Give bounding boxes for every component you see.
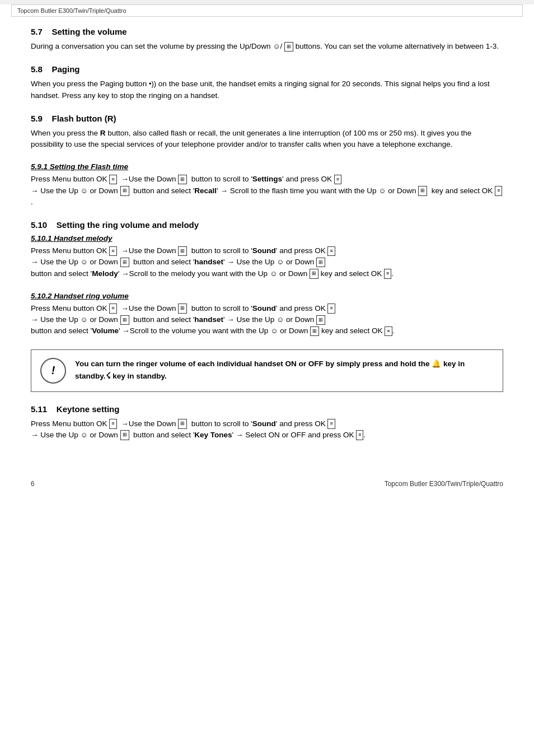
note-icon: ! (40, 358, 66, 384)
note-box-text: You can turn the ringer volume of each i… (75, 358, 494, 382)
section-5-8-body: When you press the Paging button •)) on … (31, 78, 503, 101)
ok-text-4: OK (96, 304, 107, 312)
menu-icon-12: ≡ (356, 430, 363, 440)
section-5-10-2-para: Press Menu button OK ≡ →Use the Down ⊞ b… (31, 303, 503, 337)
note-content-end: key in standby. (111, 372, 167, 380)
paging-icon: •)) (149, 80, 156, 88)
menu-icon-9: ≡ (385, 326, 392, 337)
section-5-8-title: 5.8 Paging (31, 64, 503, 74)
ok-text-3: OK (371, 269, 382, 278)
person-icon-2: ☺ (81, 186, 88, 195)
menu-icon-6: ≡ (384, 269, 391, 279)
menu-icon-5: ≡ (327, 246, 335, 256)
section-5-10-2-title: 5.10.2 Handset ring volume (31, 292, 503, 300)
section-5-10-1-title: 5.10.1 Handset melody (31, 234, 503, 242)
section-5-10-1-body: Press Menu button OK ≡ →Use the Down ⊞ b… (31, 245, 503, 279)
menu-icon-2: ≡ (334, 175, 341, 185)
section-5-9-para: When you press the R button, also called… (31, 128, 503, 151)
note-box: ! You can turn the ringer volume of each… (31, 349, 503, 392)
nav-icon-10: ⊞ (120, 315, 129, 325)
bell-icon: ☇ (106, 371, 111, 380)
section-5-10-2-body: Press Menu button OK ≡ →Use the Down ⊞ b… (31, 303, 503, 337)
section-5-9-body: When you press the R button, also called… (31, 128, 503, 151)
nav-icon-1: ⊞ (284, 42, 293, 52)
footer-model: Topcom Butler E300/Twin/Triple/Quattro (385, 480, 503, 488)
section-5-9-1-para: Press Menu button OK ≡ →Use the Down ⊞ b… (31, 174, 503, 208)
nav-icon-8: ⊞ (310, 269, 318, 279)
section-5-7: 5.7 Setting the volume During a conversa… (31, 27, 503, 52)
person-icon-10: ☺ (81, 431, 88, 439)
nav-icon-9: ⊞ (178, 304, 187, 314)
person-icon-3: ☺ (378, 186, 386, 195)
person-icon-6: ☺ (270, 269, 277, 278)
section-5-10-1-para: Press Menu button OK ≡ →Use the Down ⊞ b… (31, 245, 503, 279)
ok-text-1: OK (96, 175, 107, 183)
section-5-11-title: 5.11 Keytone setting (31, 404, 503, 414)
section-5-9-1-title: 5.9.1 Setting the Flash time (31, 162, 503, 171)
menu-icon-4: ≡ (109, 246, 116, 256)
header-bar: Topcom Butler E300/Twin/Triple/Quattro (11, 4, 523, 17)
person-icon-4: ☺ (81, 258, 88, 266)
menu-icon-11: ≡ (327, 419, 335, 429)
menu-icon-1: ≡ (109, 175, 116, 185)
nav-icon-14: ⊞ (120, 430, 129, 440)
section-5-7-body: During a conversation you can set the vo… (31, 41, 503, 52)
section-5-11-para: Press Menu button OK ≡ →Use the Down ⊞ b… (31, 418, 503, 441)
nav-icon-12: ⊞ (310, 326, 319, 337)
page: Topcom Butler E300/Twin/Triple/Quattro 5… (0, 4, 534, 756)
section-5-8-para: When you press the Paging button •)) on … (31, 78, 503, 101)
nav-icon-7: ⊞ (316, 258, 325, 268)
person-icon-7: ☺ (81, 315, 88, 324)
section-5-10-1: 5.10.1 Handset melody Press Menu button … (31, 234, 503, 279)
person-icon-5: ☺ (277, 258, 284, 266)
person-icon-9: ☺ (270, 326, 278, 335)
ok-text-7: OK (343, 431, 354, 439)
person-icon-8: ☺ (277, 315, 284, 324)
section-5-10: 5.10 Setting the ring volume and melody … (31, 220, 503, 392)
section-5-10-title: 5.10 Setting the ring volume and melody (31, 220, 503, 230)
nav-icon-4: ⊞ (418, 186, 427, 196)
menu-icon-7: ≡ (109, 304, 116, 314)
section-5-9-title: 5.9 Flash button (R) (31, 114, 503, 123)
section-5-10-2: 5.10.2 Handset ring volume Press Menu bu… (31, 292, 503, 337)
ok-text-5: OK (372, 326, 383, 335)
ok-text-6: OK (96, 419, 107, 428)
section-5-11-body: Press Menu button OK ≡ →Use the Down ⊞ b… (31, 418, 503, 441)
exclamation-icon: ! (51, 364, 55, 377)
section-5-9: 5.9 Flash button (R) When you press the … (31, 114, 503, 151)
footer: 6 Topcom Butler E300/Twin/Triple/Quattro (0, 475, 534, 492)
person-icon-1: ☺ (273, 42, 280, 50)
nav-icon-11: ⊞ (316, 315, 325, 325)
section-5-9-1: 5.9.1 Setting the Flash time Press Menu … (31, 162, 503, 208)
menu-icon-3: ≡ (495, 186, 502, 196)
nav-icon-5: ⊞ (178, 246, 187, 256)
main-content: 5.7 Setting the volume During a conversa… (0, 21, 534, 464)
section-5-11: 5.11 Keytone setting Press Menu button O… (31, 404, 503, 441)
section-5-7-title: 5.7 Setting the volume (31, 27, 503, 36)
menu-icon-8: ≡ (327, 304, 335, 314)
menu-icon-10: ≡ (109, 419, 116, 429)
section-5-9-1-body: Press Menu button OK ≡ →Use the Down ⊞ b… (31, 174, 503, 208)
header-text: Topcom Butler E300/Twin/Triple/Quattro (17, 7, 127, 14)
ok-text-2: OK (96, 246, 107, 255)
nav-icon-6: ⊞ (120, 258, 129, 268)
nav-icon-3: ⊞ (120, 186, 129, 196)
footer-page-number: 6 (31, 480, 35, 488)
section-5-7-para: During a conversation you can set the vo… (31, 41, 503, 52)
nav-icon-13: ⊞ (178, 419, 187, 429)
section-5-8: 5.8 Paging When you press the Paging but… (31, 64, 503, 101)
nav-icon-2: ⊞ (178, 175, 187, 185)
